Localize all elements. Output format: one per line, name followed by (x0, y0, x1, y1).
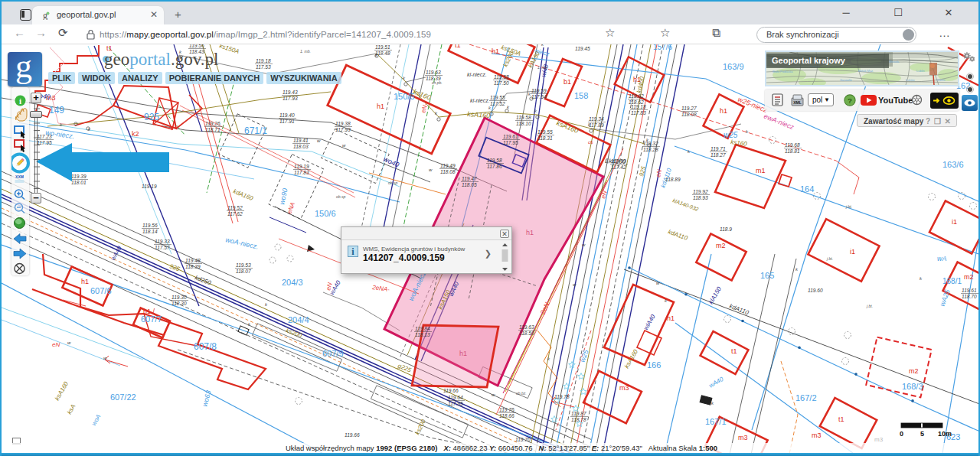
svg-text:119.39: 119.39 (71, 174, 87, 179)
svg-text:118.28: 118.28 (643, 147, 658, 152)
svg-text:c6: c6 (588, 140, 593, 145)
svg-text:Lublin: Lublin (916, 69, 925, 73)
svg-text:w: w (429, 168, 433, 172)
svg-text:118.30: 118.30 (172, 301, 187, 306)
svg-text:Garwolin: Garwolin (840, 78, 852, 82)
svg-text:m1: m1 (756, 167, 766, 174)
svg-text:119.64: 119.64 (448, 395, 463, 400)
svg-text:119.19: 119.19 (142, 184, 157, 189)
svg-text:118.01: 118.01 (71, 180, 87, 185)
svg-text:117.42: 117.42 (611, 164, 626, 170)
svg-text:119.92: 119.92 (693, 189, 708, 194)
svg-text:118.93: 118.93 (693, 195, 708, 200)
svg-text:118.50: 118.50 (519, 331, 534, 336)
svg-text:117.57: 117.57 (155, 245, 170, 250)
svg-text:119.51: 119.51 (375, 44, 390, 50)
svg-text:167/1: 167/1 (705, 417, 727, 426)
svg-text:118.07: 118.07 (236, 269, 251, 274)
svg-text:119.09: 119.09 (611, 158, 626, 164)
svg-text:119.18: 119.18 (631, 104, 646, 109)
svg-text:kl-niecz.: kl-niecz. (467, 72, 487, 77)
svg-text:117.95: 117.95 (448, 401, 463, 406)
svg-text:h1: h1 (377, 103, 384, 110)
svg-text:117.53: 117.53 (256, 64, 271, 70)
svg-text:119.27: 119.27 (681, 106, 697, 111)
svg-text:1. mb.: 1. mb. (537, 65, 548, 70)
svg-text:119.63: 119.63 (426, 70, 441, 75)
svg-text:w: w (582, 243, 586, 247)
svg-text:119.66: 119.66 (345, 432, 360, 438)
svg-text:i1: i1 (952, 218, 957, 226)
svg-text:163/9: 163/9 (723, 62, 744, 71)
svg-text:204/3: 204/3 (282, 278, 303, 287)
svg-text:149: 149 (49, 105, 64, 116)
svg-text:m2: m2 (716, 242, 726, 249)
svg-text:Mińsk Maz.: Mińsk Maz. (858, 69, 874, 73)
svg-text:1. mb.: 1. mb. (300, 49, 311, 54)
svg-text:119.26: 119.26 (205, 121, 220, 126)
svg-text:Chełm: Chełm (936, 78, 946, 82)
svg-text:w25: w25 (724, 131, 738, 139)
svg-text:117.91: 117.91 (279, 119, 295, 124)
svg-text:117.93: 117.93 (335, 127, 351, 132)
svg-text:m2: m2 (909, 367, 919, 375)
svg-text:YouTube: YouTube (878, 96, 913, 105)
svg-text:h1: h1 (459, 350, 467, 357)
svg-text:117.83: 117.83 (294, 170, 309, 175)
svg-text:119.52: 119.52 (227, 205, 243, 210)
svg-text:119.70: 119.70 (515, 437, 531, 442)
svg-text:118.66: 118.66 (499, 413, 514, 419)
svg-text:117.93: 117.93 (283, 96, 298, 101)
svg-text:119.66: 119.66 (443, 388, 459, 393)
svg-text:119.61: 119.61 (962, 288, 977, 293)
svg-text:m3: m3 (874, 436, 884, 443)
svg-text:119.53: 119.53 (236, 262, 251, 268)
svg-text:607/8: 607/8 (194, 341, 217, 352)
svg-text:164: 164 (800, 184, 814, 194)
svg-text:i1: i1 (850, 248, 855, 256)
svg-text:119.19: 119.19 (294, 164, 309, 169)
svg-text:119.49: 119.49 (440, 163, 456, 168)
svg-text:119.30: 119.30 (172, 295, 187, 300)
svg-text:h1: h1 (492, 47, 499, 55)
svg-text:119.41: 119.41 (293, 138, 309, 143)
svg-text:XML: XML (793, 100, 802, 105)
svg-text:119.34: 119.34 (589, 116, 604, 122)
svg-text:119.58: 119.58 (487, 158, 502, 163)
svg-text:118.39: 118.39 (185, 264, 201, 269)
svg-text:117.83: 117.83 (631, 110, 646, 116)
svg-text:j.bt.: j.bt. (866, 304, 873, 308)
svg-text:h1: h1 (667, 314, 675, 322)
svg-text:117.52: 117.52 (490, 101, 505, 106)
svg-text:119.33: 119.33 (155, 239, 170, 244)
svg-text:117.62: 117.62 (227, 211, 243, 217)
svg-text:117.86: 117.86 (487, 164, 502, 169)
svg-text:m3: m3 (619, 384, 629, 392)
svg-text:118.08: 118.08 (681, 112, 697, 117)
svg-text:119.76: 119.76 (499, 407, 514, 412)
svg-text:119.78: 119.78 (554, 394, 570, 399)
svg-text:119.84: 119.84 (415, 326, 430, 331)
svg-text:h1: h1 (81, 278, 89, 285)
svg-text:119.32: 119.32 (643, 141, 658, 146)
svg-text:m2: m2 (964, 273, 974, 281)
svg-text:117.50: 117.50 (494, 80, 509, 86)
svg-text:118.14: 118.14 (142, 229, 158, 234)
svg-text:h1: h1 (526, 229, 534, 236)
svg-text:w: w (103, 356, 107, 360)
svg-text:w: w (656, 281, 660, 285)
svg-text:119.62: 119.62 (629, 93, 644, 99)
svg-text:119.55: 119.55 (537, 129, 553, 135)
svg-text:118.9: 118.9 (720, 226, 732, 232)
svg-text:204/4: 204/4 (288, 315, 309, 324)
svg-text:166: 166 (647, 360, 661, 370)
svg-text:Łuków: Łuków (906, 78, 915, 82)
svg-text:119.48: 119.48 (185, 258, 201, 263)
svg-text:167/2: 167/2 (795, 393, 817, 402)
svg-text:118.10: 118.10 (516, 121, 531, 126)
svg-text:163/6: 163/6 (942, 160, 964, 169)
svg-text:607/6: 607/6 (90, 286, 112, 295)
svg-text:t1: t1 (838, 415, 844, 423)
svg-text:117.89: 117.89 (589, 122, 604, 128)
svg-text:Biała Podlaska: Biała Podlaska (773, 70, 793, 73)
